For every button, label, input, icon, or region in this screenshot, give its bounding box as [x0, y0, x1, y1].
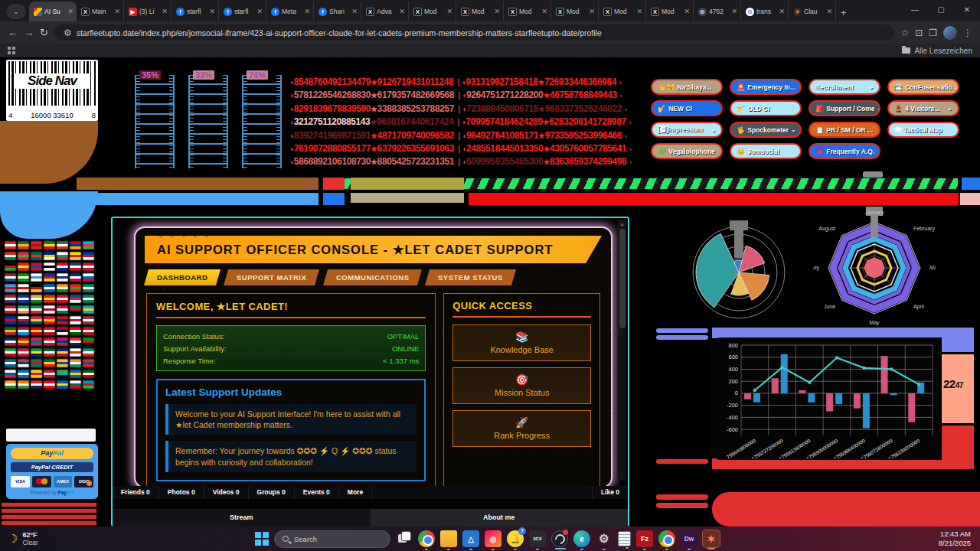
3cx-icon[interactable]: 3CX	[529, 530, 546, 547]
back-button[interactable]: ←	[8, 27, 18, 38]
lcars-button[interactable]: 🎷OLD CI	[730, 100, 802, 116]
flag-icon[interactable]	[44, 284, 55, 292]
lcars-button[interactable]: ®ecruitment⌄	[808, 79, 880, 95]
lcars-button[interactable]: 👑Jomsocial	[730, 143, 802, 159]
reading-list-icon[interactable]: ❐	[929, 28, 937, 38]
browser-tab[interactable]: fMeta✕	[266, 2, 314, 21]
flag-icon[interactable]	[83, 295, 94, 303]
flag-icon[interactable]	[31, 295, 42, 303]
site-info-icon[interactable]: ⚙	[64, 28, 72, 38]
lcars-button[interactable]: 👋😼Na'Shaya...	[651, 79, 723, 95]
console-tab-dashboard[interactable]: DASHBOARD	[144, 269, 220, 285]
flag-icon[interactable]	[31, 252, 42, 260]
flag-icon[interactable]	[5, 273, 16, 282]
flag-icon[interactable]	[44, 262, 55, 271]
flag-icon[interactable]	[57, 327, 68, 335]
tab-close-icon[interactable]: ✕	[304, 8, 310, 15]
quick-access-rank-progress[interactable]: 🚀Rank Progress	[452, 410, 591, 447]
flag-icon[interactable]	[70, 327, 81, 335]
social-item-more[interactable]: More	[339, 486, 372, 499]
flag-icon[interactable]	[5, 370, 16, 378]
tab-close-icon[interactable]: ✕	[684, 8, 690, 15]
flag-icon[interactable]	[18, 252, 29, 260]
extensions-icon[interactable]: ⊡	[915, 28, 923, 38]
console-tab-support-matrix[interactable]: SUPPORT MATRIX	[224, 269, 319, 285]
flag-icon[interactable]	[70, 316, 81, 324]
flag-icon[interactable]	[18, 262, 29, 271]
browser-tab[interactable]: XMod✕	[456, 2, 504, 21]
browser-tab[interactable]: XMod✕	[504, 2, 551, 21]
flag-icon[interactable]	[83, 337, 94, 346]
tab-close-icon[interactable]: ✕	[731, 8, 737, 15]
social-item-groups[interactable]: Groups 0	[249, 486, 295, 499]
lcars-button[interactable]: 🎷NEW CI	[651, 100, 723, 116]
lcars-button[interactable]: 📇ConFusensatio...	[887, 79, 959, 95]
maximize-button[interactable]: ▢	[928, 0, 954, 21]
iframe-scrollbar[interactable]: ▲	[618, 220, 626, 480]
lcars-button[interactable]: 🗺Tactical Map	[887, 122, 959, 138]
flag-icon[interactable]	[44, 241, 55, 249]
tab-close-icon[interactable]: ✕	[351, 8, 358, 15]
flag-icon[interactable]	[83, 284, 94, 292]
weather-widget[interactable]: ☽ 62°F Clear	[8, 531, 38, 546]
flag-icon[interactable]	[44, 380, 55, 389]
dreamweaver-icon[interactable]: Dw	[681, 530, 697, 547]
flag-icon[interactable]	[18, 370, 29, 378]
file-explorer-icon[interactable]	[440, 530, 457, 547]
tab-close-icon[interactable]: ✕	[399, 8, 405, 15]
bookmark-star-icon[interactable]: ☆	[900, 28, 909, 38]
flag-icon[interactable]	[83, 370, 94, 378]
close-button[interactable]: ✕	[954, 0, 980, 21]
app-blue-icon[interactable]: △	[462, 530, 479, 547]
flag-icon[interactable]	[5, 284, 16, 292]
tab-close-icon[interactable]: ✕	[162, 8, 168, 15]
social-item-videos[interactable]: Videos 0	[204, 486, 249, 499]
lcars-button[interactable]: 🖖Spockometer⌄	[730, 122, 802, 138]
flag-icon[interactable]	[83, 359, 94, 367]
flag-icon[interactable]	[31, 327, 42, 335]
flag-icon[interactable]	[5, 337, 16, 346]
flag-icon[interactable]	[18, 316, 29, 324]
like-button[interactable]: Like 0	[592, 486, 628, 499]
flag-icon[interactable]	[83, 316, 94, 324]
lcars-button[interactable]: 💗Frequently A.Q.	[808, 143, 880, 159]
flag-icon[interactable]	[18, 348, 29, 357]
browser-tab[interactable]: XMod✕	[551, 2, 599, 21]
tab-close-icon[interactable]: ✕	[256, 8, 263, 15]
flag-icon[interactable]	[57, 252, 68, 260]
flag-icon[interactable]	[57, 241, 68, 249]
flag-icon[interactable]	[44, 252, 55, 260]
flag-icon[interactable]	[57, 295, 68, 303]
flag-icon[interactable]	[57, 359, 68, 367]
taskbar-search[interactable]: Search	[274, 530, 390, 548]
taskbar-clock[interactable]: 12:43 AM 8/21/2025	[939, 530, 971, 548]
flag-icon[interactable]	[18, 241, 29, 249]
browser-tab[interactable]: ▶(3) Li✕	[124, 2, 172, 21]
flag-icon[interactable]	[57, 305, 68, 314]
console-tab-system-status[interactable]: SYSTEM STATUS	[425, 269, 516, 285]
flag-icon[interactable]	[83, 305, 94, 314]
flag-icon[interactable]	[5, 348, 16, 357]
flag-icon[interactable]	[70, 380, 81, 389]
browser-tab[interactable]: AI Su✕	[29, 2, 77, 21]
flag-icon[interactable]	[83, 348, 94, 357]
flag-icon[interactable]	[44, 370, 55, 378]
settings-icon[interactable]: ⚙	[596, 530, 612, 547]
lcars-button[interactable]: 🚨Emergency In...	[730, 79, 802, 95]
flag-icon[interactable]	[57, 370, 68, 378]
flag-icon[interactable]	[57, 284, 68, 292]
tab-close-icon[interactable]: ✕	[779, 8, 785, 15]
flag-icon[interactable]	[5, 327, 16, 335]
console-tab-communications[interactable]: COMMUNICATIONS	[323, 269, 423, 285]
tab-close-icon[interactable]: ✕	[114, 8, 120, 15]
browser-tab[interactable]: XMod✕	[646, 2, 694, 21]
social-item-friends[interactable]: Friends 0	[113, 486, 159, 499]
tab-search-button[interactable]: ⌄	[6, 4, 26, 19]
flag-icon[interactable]	[18, 273, 29, 282]
flag-icon[interactable]	[18, 327, 29, 335]
tab-close-icon[interactable]: ✕	[494, 8, 500, 15]
quick-access-mission-status[interactable]: 🎯Mission Status	[452, 367, 591, 404]
flag-icon[interactable]	[31, 380, 42, 389]
menu-icon[interactable]: ⋮	[963, 28, 972, 38]
flag-icon[interactable]	[57, 316, 68, 324]
